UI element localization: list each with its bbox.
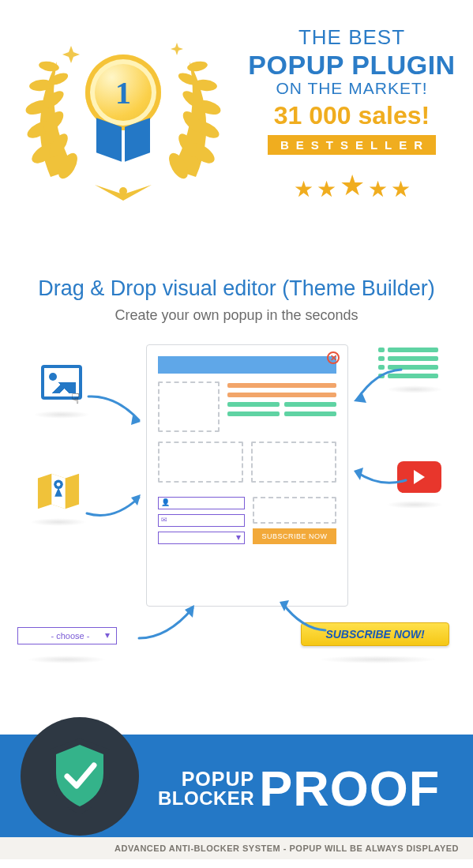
star-icon: ★	[391, 176, 411, 202]
popup-canvas: ✕ 👤 ✉	[146, 344, 348, 607]
hero-line1: THE BEST	[243, 25, 460, 50]
editor-section: Drag & Drop visual editor (Theme Builder…	[0, 237, 473, 703]
close-icon: ✕	[327, 351, 340, 364]
banner-line2: BLOCKER	[158, 789, 254, 808]
svg-point-14	[186, 60, 208, 73]
medal-icon: 1	[76, 54, 171, 173]
hero-line2: POPUP PLUGIN	[243, 50, 460, 81]
hero-section: 1 THE BEST POPUP PLUGIN ON THE MARKET! 3…	[0, 0, 473, 237]
shield-badge	[21, 717, 139, 836]
hero-line3: ON THE MARKET!	[243, 79, 460, 98]
canvas-placeholder	[158, 442, 243, 483]
blocker-proof-banner: POPUP BLOCKER PROOF	[0, 735, 473, 837]
star-icon: ★	[317, 176, 336, 202]
cursor-icon: ☟	[71, 390, 80, 408]
canvas-subscribe-button: SUBSCRIBE NOW	[253, 528, 336, 544]
star-rating: ★ ★ ★ ★ ★	[243, 169, 460, 202]
svg-point-4	[38, 60, 60, 73]
star-icon: ★	[340, 169, 365, 202]
select-widget: - choose -	[17, 627, 117, 644]
star-icon: ★	[294, 176, 313, 202]
hero-text: THE BEST POPUP PLUGIN ON THE MARKET! 31 …	[243, 19, 460, 209]
hero-sales: 31 000 sales!	[243, 101, 460, 130]
canvas-form: 👤 ✉	[158, 497, 245, 544]
canvas-textlines	[227, 381, 336, 432]
ribbon-icon	[92, 122, 155, 162]
section-subtitle: Create your own popup in the seconds	[8, 307, 465, 324]
medal-number: 1	[115, 74, 131, 111]
bestseller-badge: BESTSELLER	[268, 135, 436, 155]
laurel-badge: 1	[13, 19, 234, 209]
advanced-note: ADVANCED ANTI-BLOCKER SYSTEM - POPUP WIL…	[0, 837, 473, 859]
section-title: Drag & Drop visual editor (Theme Builder…	[8, 276, 465, 301]
canvas-placeholder	[158, 381, 220, 432]
star-icon: ★	[368, 176, 388, 202]
svg-point-20	[119, 187, 127, 195]
canvas-placeholder	[251, 442, 336, 483]
banner-text: POPUP BLOCKER PROOF	[158, 760, 440, 817]
builder-illustration: ✕ 👤 ✉	[8, 340, 465, 687]
map-widget-icon	[36, 472, 81, 510]
canvas-header	[158, 356, 336, 374]
svg-point-22	[57, 483, 61, 487]
banner-line3: PROOF	[259, 760, 440, 817]
canvas-placeholder	[253, 497, 336, 524]
banner-line1: POPUP	[158, 769, 254, 789]
